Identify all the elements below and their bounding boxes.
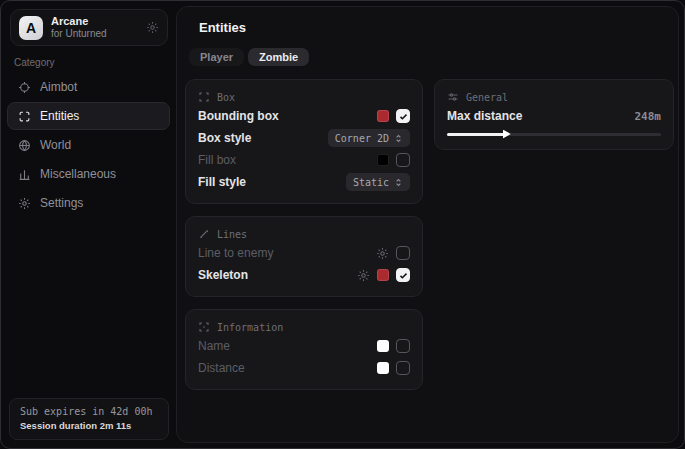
line-to-enemy-gear-icon[interactable] [376,247,389,260]
subscription-card: Sub expires in 42d 00h Session duration … [9,398,169,440]
fill-box-label: Fill box [198,153,236,167]
information-card-title: Information [217,322,283,333]
distance-checkbox[interactable] [396,361,410,375]
name-color-swatch[interactable] [377,340,389,352]
lines-card: Lines Line to enemy Skeleton [185,216,423,297]
slider-thumb[interactable] [503,130,511,139]
sidebar-nav: Aimbot Entities World Miscellaneous [7,73,170,217]
max-distance-value: 248m [635,110,662,123]
sidebar-item-label: Entities [40,109,79,123]
page-title: Entities [199,20,246,35]
slider-fill [447,133,505,136]
box-style-label: Box style [198,131,251,145]
right-column: General Max distance 248m [434,79,674,150]
general-card-header: General [447,89,661,105]
name-row: Name [198,335,410,357]
general-card-title: General [466,92,508,103]
box-card-header: Box [198,89,410,105]
line-to-enemy-row: Line to enemy [198,242,410,264]
information-card: Information Name Distance [185,309,423,390]
fill-box-color-swatch[interactable] [377,154,389,166]
tab-bar: Player Zombie [189,48,309,66]
line-icon [198,228,210,240]
sidebar-item-miscellaneous[interactable]: Miscellaneous [7,160,170,188]
focus-icon [198,321,210,333]
sidebar-item-aimbot[interactable]: Aimbot [7,73,170,101]
fill-box-checkbox[interactable] [396,153,410,167]
box-style-row: Box style Corner 2D [198,127,410,149]
name-checkbox[interactable] [396,339,410,353]
box-card: Box Bounding box Box style Corner 2D [185,79,423,204]
bounding-box-row: Bounding box [198,105,410,127]
bounding-box-checkbox[interactable] [396,109,410,123]
sub-expires-text: Sub expires in 42d 00h [20,406,158,417]
general-card: General Max distance 248m [434,79,674,150]
skeleton-label: Skeleton [198,268,248,282]
skeleton-color-swatch[interactable] [377,269,389,281]
box-corners-icon [198,91,210,103]
skeleton-row: Skeleton [198,264,410,286]
sidebar-item-label: World [40,138,71,152]
lines-card-header: Lines [198,226,410,242]
distance-color-swatch[interactable] [377,362,389,374]
scan-icon [18,110,31,123]
fill-style-value: Static [353,177,389,188]
name-label: Name [198,339,230,353]
brand-gear-icon[interactable] [146,21,159,34]
line-to-enemy-label: Line to enemy [198,246,273,260]
sidebar: A Arcane for Unturned Category Aimbot [1,1,176,448]
main-panel: Entities Player Zombie Box Bounding box [176,6,679,443]
gear-icon [18,197,31,210]
fill-box-row: Fill box [198,149,410,171]
chevrons-up-down-icon [394,134,403,143]
box-style-value: Corner 2D [335,133,389,144]
bars-icon [18,168,31,181]
fill-style-label: Fill style [198,175,246,189]
line-to-enemy-checkbox[interactable] [396,246,410,260]
crosshair-icon [18,81,31,94]
skeleton-gear-icon[interactable] [357,269,370,282]
lines-card-title: Lines [217,229,247,240]
sidebar-item-label: Miscellaneous [40,167,116,181]
chevrons-up-down-icon [394,178,403,187]
skeleton-checkbox[interactable] [396,268,410,282]
bounding-box-color-swatch[interactable] [377,110,389,122]
sidebar-item-world[interactable]: World [7,131,170,159]
brand-card: A Arcane for Unturned [10,9,168,46]
max-distance-slider-row [447,129,661,139]
information-card-header: Information [198,319,410,335]
box-style-select[interactable]: Corner 2D [328,129,410,147]
sidebar-item-label: Aimbot [40,80,77,94]
sidebar-item-settings[interactable]: Settings [7,189,170,217]
tab-zombie[interactable]: Zombie [248,48,309,66]
bounding-box-label: Bounding box [198,109,279,123]
brand-text: Arcane for Unturned [51,15,107,39]
max-distance-row: Max distance 248m [447,105,661,127]
box-card-title: Box [217,92,235,103]
brand-logo: A [19,16,43,40]
left-column: Box Bounding box Box style Corner 2D [185,79,423,390]
distance-label: Distance [198,361,245,375]
category-label: Category [14,57,55,68]
fill-style-select[interactable]: Static [346,173,410,191]
distance-row: Distance [198,357,410,379]
max-distance-label: Max distance [447,109,522,123]
globe-icon [18,139,31,152]
sidebar-item-label: Settings [40,196,83,210]
tab-player[interactable]: Player [189,48,244,66]
sidebar-item-entities[interactable]: Entities [7,102,170,130]
brand-subtitle: for Unturned [51,28,107,40]
fill-style-row: Fill style Static [198,171,410,193]
app-window: A Arcane for Unturned Category Aimbot [0,0,685,449]
session-duration-text: Session duration 2m 11s [20,420,158,431]
max-distance-slider[interactable] [447,129,661,139]
sliders-icon [447,91,459,103]
brand-name: Arcane [51,15,107,28]
